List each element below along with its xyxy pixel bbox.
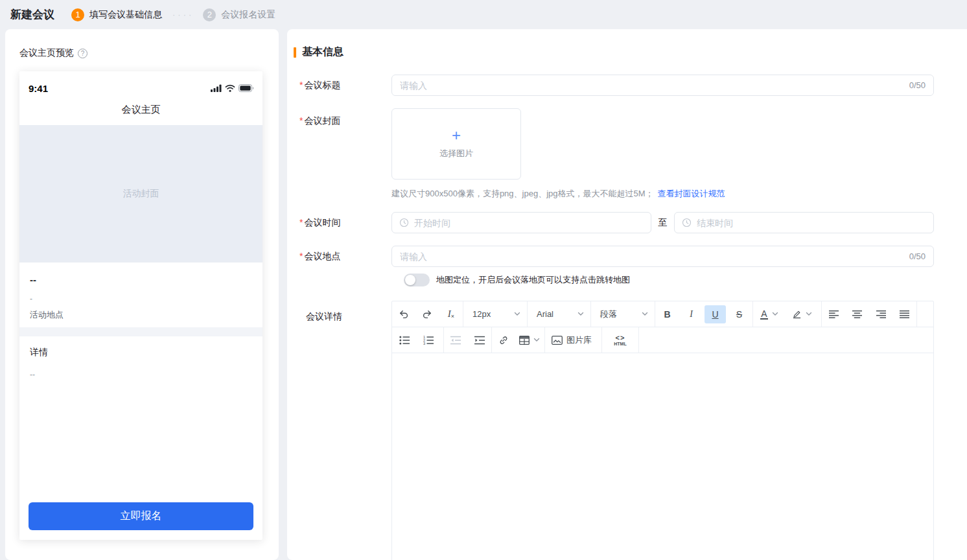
step-1-label: 填写会议基础信息 [89,9,162,21]
meeting-title-row: *会议标题 0/50 [287,75,967,96]
phone-nav-title: 会议主页 [19,99,262,125]
image-icon [552,336,563,345]
detail-value-placeholder: -- [30,370,252,379]
cover-upload-box[interactable]: + 选择图片 [391,108,521,180]
html-source-button[interactable]: <> HTML [602,334,638,346]
strikethrough-button[interactable]: S [728,305,750,323]
chevron-down-icon [806,312,812,316]
statusbar-time: 9:41 [29,83,48,94]
meeting-time-row: *会议时间 至 [287,212,967,233]
meeting-location-label: *会议地点 [299,246,391,267]
battery-icon [239,84,255,92]
chevron-down-icon [772,312,778,316]
event-info-section: -- - 活动地点 [19,262,262,327]
map-location-toggle[interactable] [404,274,430,286]
time-separator: 至 [658,217,668,229]
meeting-title-label: *会议标题 [299,75,391,96]
meeting-cover-row: *会议封面 + 选择图片 建议尺寸900x500像素，支持png、jpeg、jp… [287,108,967,200]
event-time-placeholder: - [30,294,252,303]
section-accent-bar [294,47,296,58]
plus-icon: + [452,128,461,143]
table-icon[interactable] [516,331,543,349]
event-location-placeholder: 活动地点 [30,309,252,321]
phone-preview: 9:41 会议主页 [19,71,262,540]
bold-button[interactable]: B [657,305,678,323]
phone-statusbar: 9:41 [19,71,262,99]
location-char-counter: 0/50 [909,251,926,261]
end-time-input[interactable] [674,212,934,233]
required-asterisk: * [299,251,303,261]
event-title-placeholder: -- [30,274,252,285]
link-icon[interactable] [493,331,513,349]
cover-spec-link[interactable]: 查看封面设计规范 [658,189,725,198]
outdent-icon[interactable] [445,331,467,349]
undo-icon[interactable] [393,305,414,323]
meeting-detail-label: 会议详情 [299,301,391,560]
highlight-pen-icon [792,309,802,319]
signal-icon [211,84,222,92]
cover-hint-text: 建议尺寸900x500像素，支持png、jpeg、jpg格式，最大不能超过5M； [391,189,654,198]
editor-toolbar-row-2: 123 [392,327,933,353]
ordered-list-icon[interactable]: 123 [417,331,439,349]
align-right-icon[interactable] [870,305,892,323]
align-left-icon[interactable] [823,305,845,323]
meeting-time-label: *会议时间 [299,212,391,233]
step-2-label: 会议报名设置 [221,9,275,21]
meeting-detail-row: 会议详情 I× [287,301,967,560]
page-header: 新建会议 1 填写会议基础信息 ···· 2 会议报名设置 [0,0,967,29]
detail-label: 详情 [30,347,252,358]
map-toggle-row: 地图定位，开启后会议落地页可以支持点击跳转地图 [391,274,967,286]
step-separator-dots: ···· [172,10,194,19]
highlight-color-button[interactable] [787,305,817,323]
title-char-counter: 0/50 [909,80,926,90]
section-title: 基本信息 [302,45,344,59]
font-family-dropdown[interactable]: Arial [528,301,590,327]
meeting-location-row: *会议地点 0/50 [287,246,967,267]
upload-label: 选择图片 [439,148,473,159]
help-icon[interactable]: ? [78,49,87,58]
stepper: 1 填写会议基础信息 ···· 2 会议报名设置 [71,8,275,21]
editor-content-area[interactable] [392,353,933,560]
meeting-cover-label: *会议封面 [299,108,391,200]
required-asterisk: * [299,80,303,90]
section-divider [19,327,262,336]
step-1: 1 填写会议基础信息 [71,8,162,21]
map-toggle-label: 地图定位，开启后会议落地页可以支持点击跳转地图 [436,274,630,286]
clock-icon [682,218,692,228]
required-asterisk: * [299,217,303,228]
meeting-title-input[interactable] [391,75,934,96]
form-panel: 基本信息 *会议标题 0/50 *会议封面 + 选择图片 建议尺寸900x500… [287,29,967,560]
italic-button[interactable]: I [681,305,702,323]
meeting-location-input[interactable] [391,246,934,267]
preview-panel-title: 会议主页预览 [19,47,74,59]
chevron-down-icon [642,312,648,316]
step-1-badge: 1 [71,8,84,21]
image-gallery-button[interactable]: 图片库 [545,327,598,353]
clock-icon [399,218,409,228]
rich-text-editor: I× 12px Arial [391,301,934,560]
event-detail-section: 详情 -- [19,336,262,502]
paragraph-format-dropdown[interactable]: 段落 [591,301,655,327]
page-title: 新建会议 [10,7,54,22]
bullet-list-icon[interactable] [393,331,415,349]
chevron-down-icon [577,312,584,316]
preview-panel: 会议主页预览 ? 9:41 [5,29,279,560]
wifi-icon [225,84,235,92]
svg-text:3: 3 [423,342,425,345]
required-asterisk: * [299,115,303,126]
clear-format-icon[interactable]: I× [441,305,461,323]
step-2-badge: 2 [203,8,216,21]
start-time-input[interactable] [391,212,651,233]
underline-button[interactable]: U [705,305,726,323]
font-size-dropdown[interactable]: 12px [463,301,527,327]
chevron-down-icon [514,312,520,316]
step-2: 2 会议报名设置 [203,8,275,21]
redo-icon[interactable] [417,305,437,323]
align-center-icon[interactable] [847,305,868,323]
font-color-button[interactable]: A [754,305,784,323]
align-justify-icon[interactable] [894,305,916,323]
register-now-button: 立即报名 [29,502,253,530]
editor-toolbar-row-1: I× 12px Arial [392,301,933,327]
indent-icon[interactable] [469,331,491,349]
cover-placeholder: 活动封面 [19,125,262,262]
